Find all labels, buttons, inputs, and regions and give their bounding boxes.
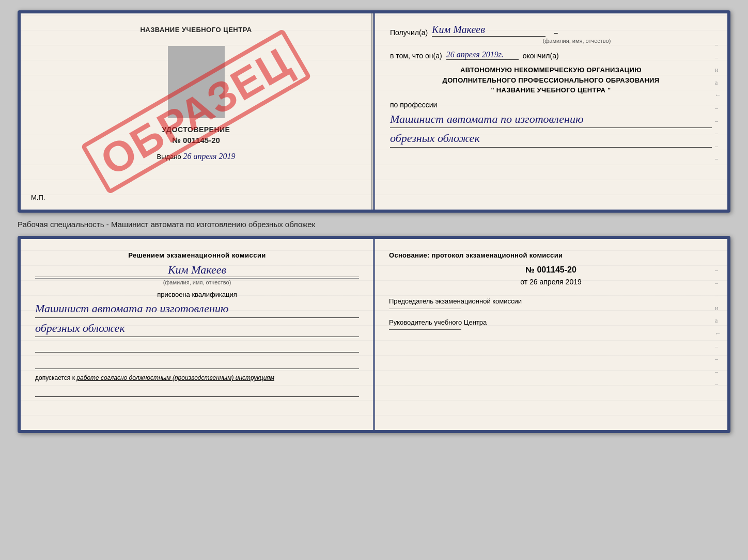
- profession-line2: обрезных обложек: [390, 131, 712, 148]
- ot-label: от: [520, 278, 527, 286]
- ot-date-row: от 26 апреля 2019: [389, 278, 713, 286]
- mp-label: М.П.: [31, 194, 45, 201]
- poluchil-name: Ким Макеев: [432, 24, 546, 37]
- org-block: АВТОНОМНУЮ НЕКОММЕРЧЕСКУЮ ОРГАНИЗАЦИЮ ДО…: [390, 65, 712, 95]
- dopuskaetsya-italic: работе согласно должностным (производств…: [76, 374, 274, 381]
- profession-line1: Машинист автомата по изготовлению: [390, 112, 712, 129]
- qual-cert-right-page: Основание: протокол экзаменационной коми…: [375, 239, 727, 430]
- vydano-label: Выдано: [157, 153, 181, 161]
- vtom-date: 26 апреля 2019г.: [446, 50, 519, 60]
- blank-line-1: [35, 340, 359, 353]
- specialty-label: Рабочая специальность - Машинист автомат…: [18, 218, 730, 231]
- predsedatel-label: Председатель экзаменационной комиссии: [389, 296, 713, 307]
- protocol-number: № 001145-20: [389, 265, 713, 275]
- top-school-name: НАЗВАНИЕ УЧЕБНОГО ЦЕНТРА: [140, 26, 252, 34]
- top-cert-right-page: Получил(а) Ким Макеев – (фамилия, имя, о…: [372, 13, 727, 210]
- prisvoena-text: присвоена квалификация: [35, 291, 359, 298]
- poluchil-row: Получил(а) Ким Макеев –: [390, 24, 712, 37]
- po-professii: по профессии: [390, 101, 712, 109]
- osnovanie-text: Основание: протокол экзаменационной коми…: [389, 251, 713, 259]
- org-line2: ДОПОЛНИТЕЛЬНОГО ПРОФЕССИОНАЛЬНОГО ОБРАЗО…: [390, 75, 712, 86]
- blank-line-2: [35, 357, 359, 369]
- poluchil-label: Получил(а): [390, 28, 428, 37]
- rukovoditel-label: Руководитель учебного Центра: [389, 317, 713, 328]
- qual-cert-left-page: Решением экзаменационной комиссии Ким Ма…: [21, 239, 375, 430]
- resheniem-text: Решением экзаменационной комиссии: [35, 251, 359, 259]
- okoncil-label: окончил(а): [523, 52, 559, 60]
- top-cert-left-page: НАЗВАНИЕ УЧЕБНОГО ЦЕНТРА УДОСТОВЕРЕНИЕ №…: [21, 13, 372, 210]
- vtom-label: в том, что он(а): [390, 52, 442, 60]
- predsedatel-sign-line: [389, 309, 461, 309]
- rukovoditel-sign-line: [389, 329, 461, 330]
- ot-date: 26 апреля 2019: [529, 278, 582, 286]
- blank-line-3: [35, 385, 359, 397]
- rukovoditel-block: Руководитель учебного Центра: [389, 317, 713, 330]
- qualification-certificate-book: Решением экзаменационной комиссии Ким Ма…: [18, 236, 730, 433]
- qual-fio-name: Ким Макеев: [35, 263, 359, 277]
- qual-profession-line1: Машинист автомата по изготовлению: [35, 301, 359, 318]
- udostoverenie-label: УДОСТОВЕРЕНИЕ: [162, 125, 230, 134]
- org-quote: " НАЗВАНИЕ УЧЕБНОГО ЦЕНТРА ": [390, 85, 712, 95]
- dopuskaetsya-block: допускается к работе согласно должностны…: [35, 374, 359, 381]
- dopuskaetsya-prefix: допускается к: [35, 374, 75, 381]
- poluchil-fio-hint: (фамилия, имя, отчество): [442, 38, 712, 44]
- predsedatel-block: Председатель экзаменационной комиссии: [389, 296, 713, 309]
- org-line1: АВТОНОМНУЮ НЕКОММЕРЧЕСКУЮ ОРГАНИЗАЦИЮ: [390, 65, 712, 75]
- document-container: НАЗВАНИЕ УЧЕБНОГО ЦЕНТРА УДОСТОВЕРЕНИЕ №…: [18, 10, 730, 433]
- cert-number: № 001145-20: [172, 136, 220, 145]
- photo-placeholder: [168, 46, 225, 118]
- qual-fio-hint: (фамилия, имя, отчество): [35, 278, 359, 285]
- top-certificate-book: НАЗВАНИЕ УЧЕБНОГО ЦЕНТРА УДОСТОВЕРЕНИЕ №…: [18, 10, 730, 213]
- vydano-row: Выдано 26 апреля 2019: [157, 152, 236, 161]
- right-side-dashes: – – и а ← – – – – –: [715, 39, 722, 199]
- qual-right-side-dashes: – – – и а ← – – – –: [715, 265, 722, 420]
- vtom-row: в том, что он(а) 26 апреля 2019г. окончи…: [390, 50, 712, 60]
- vydano-date: 26 апреля 2019: [183, 152, 235, 161]
- qual-profession-line2: обрезных обложек: [35, 321, 359, 338]
